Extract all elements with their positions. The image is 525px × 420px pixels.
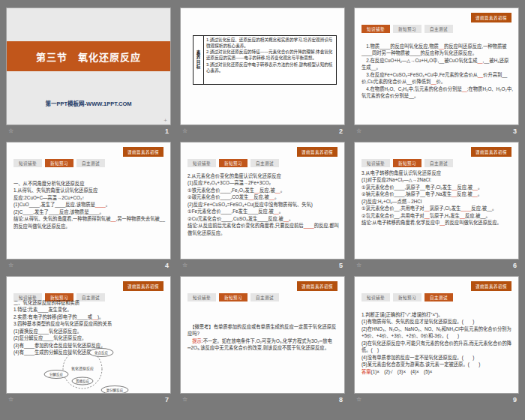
tab-2[interactable]: 新知预习 bbox=[45, 159, 74, 167]
tab-3[interactable]: 自主测试 bbox=[76, 159, 105, 167]
slide-grid: 第三节 氧化还原反应第一PPT模板网-WWW.1PPT.COM+☆1素养目标1.… bbox=[0, 0, 525, 406]
slide-cell-1: 第三节 氧化还原反应第一PPT模板网-WWW.1PPT.COM+☆1 bbox=[6, 8, 171, 137]
tab-1[interactable]: 知识铺垫 bbox=[188, 159, 216, 167]
transition-star-icon: ☆ bbox=[8, 397, 14, 403]
slide-thumbnail-1[interactable]: 第三节 氧化还原反应第一PPT模板网-WWW.1PPT.COM+ bbox=[6, 8, 171, 125]
slide-content: 3.从电子转移的角度认识氧化还原反应(1)对于反应2Na+Cl₂—△→2NaCl… bbox=[362, 170, 513, 226]
text-segment: ①铁元素化合价____,Fe₂O₃发生 bbox=[188, 188, 254, 193]
tab-bar: 知识铺垫新知预习自主测试 bbox=[362, 159, 453, 167]
text-segment: (1)对于反应2Na+Cl₂—△→2NaCl: bbox=[362, 177, 431, 182]
text-line: (5)某元素由化合态变为游离态,该元素一定被还原。( ) bbox=[362, 361, 513, 368]
slide-number: 6 bbox=[513, 262, 517, 269]
text-line: 提示:不一定。如在放电条件下,O₂可变为O₃,化学方程式为3O₂═放电═2O₃,… bbox=[188, 338, 339, 352]
text-segment: 。 bbox=[478, 184, 482, 190]
text-segment: ____ bbox=[95, 202, 106, 207]
slide-cell-3: 课前篇素养初探知识铺垫新知预习自主测试 1.物质____的反应叫氧化反应,物质_… bbox=[354, 8, 519, 137]
text-line: ①氯元素化合价__,共用电子对__氯原子,Cl₂发生____反应,被__。 bbox=[362, 205, 513, 212]
text-segment: 2.从元素化合价变化的角度认识氧化还原反应 bbox=[188, 173, 281, 178]
text-segment: 价。 bbox=[436, 79, 446, 84]
tab-3[interactable]: 自主测试 bbox=[250, 159, 279, 167]
slide-number: 9 bbox=[513, 397, 517, 404]
tab-2[interactable]: 新知预习 bbox=[219, 293, 248, 302]
text-segment: 二、氧化还原反应的特征和实质 bbox=[14, 300, 80, 305]
slide-meta-8: ☆8 bbox=[180, 394, 345, 406]
slide-number: 3 bbox=[513, 128, 517, 135]
section-badge: 课前篇素养初探 bbox=[471, 281, 512, 291]
transition-star-icon: ☆ bbox=[8, 262, 14, 268]
transition-star-icon: ☆ bbox=[356, 397, 362, 403]
text-segment: 。 bbox=[274, 194, 279, 200]
slide-meta-9: ☆9 bbox=[354, 394, 519, 406]
text-line: (2)C____,发生了____反应,该物质是____。 bbox=[14, 208, 165, 215]
text-line: ②钠元素化合价____,钠原子__电子,Na发生__反应,被__。 bbox=[362, 190, 513, 197]
text-segment: ②氢元素化合价__,共用电子对 bbox=[362, 213, 424, 218]
tab-1[interactable]: 知识铺垫 bbox=[362, 159, 390, 167]
text-line: 3.从电子转移的角度认识氧化还原反应 bbox=[362, 170, 513, 176]
text-segment: (3)在氧化还原反应中,可能只有元素的化合价的升高,而无元素化合价的降低。( ) bbox=[362, 340, 512, 352]
text-segment: (1)置换反应____氧化还原反应。 bbox=[14, 328, 82, 334]
tab-1[interactable]: 知识铺垫 bbox=[362, 293, 390, 302]
text-segment: 反应,被 bbox=[254, 194, 269, 200]
text-line: 1.判断正误(正确的打“√”,错误的打“×”)。 bbox=[362, 311, 513, 318]
tab-3[interactable]: 自主测试 bbox=[424, 293, 453, 302]
tab-bar: 知识铺垫新知预习自主测试 bbox=[362, 293, 453, 302]
slide-meta-6: ☆6 bbox=[354, 260, 519, 272]
goal-item-2: 2.通过对氧化还原反应的特征——元素化合价的升降的理解,体会氧化还原反应的实质—… bbox=[206, 50, 334, 61]
text-segment: ②Cu元素化合价____,CuSO₄发生____反应,被 bbox=[188, 216, 284, 221]
slide-thumbnail-2[interactable]: 素养目标1.通过氧化反应、还原反应的相关概念和实质的学习,培养宏观辨识与微观探析… bbox=[180, 8, 345, 125]
tab-3[interactable]: 自主测试 bbox=[424, 159, 453, 167]
slide-cell-2: 素养目标1.通过氧化反应、还原反应的相关概念和实质的学习,培养宏观辨识与微观探析… bbox=[180, 8, 345, 137]
text-segment: 结论:从电子转移的角度看,化学反应中 bbox=[362, 220, 440, 225]
slide-content: 1.物质____的反应叫氧化反应,物质__的反应叫还原反应,一种物质被____同… bbox=[362, 43, 513, 100]
text-segment: __ bbox=[460, 213, 465, 218]
text-segment: 1.特征:元素____发生变化。 bbox=[14, 307, 72, 312]
slide-meta-2: ☆2 bbox=[180, 125, 345, 137]
slide-content: 一、从不同角度分析氧化还原反应1.从得氧、失氧的角度认识氧化还原反应反应:2Cu… bbox=[14, 180, 165, 230]
text-segment: 反应,被 bbox=[457, 184, 472, 190]
tab-1[interactable]: 知识铺垫 bbox=[14, 159, 42, 167]
tab-2[interactable]: 新知预习 bbox=[393, 25, 422, 33]
text-line: (1)反应:Fe₂O₃+3CO—高温→2Fe+3CO₂ bbox=[188, 179, 339, 186]
text-segment: 提示 bbox=[192, 338, 202, 344]
text-line: 【微思考】有单质参加的反应或有单质生成的反应一定属于氧化还原反应吗? bbox=[188, 323, 339, 338]
text-segment: __ bbox=[462, 86, 467, 92]
slide-thumbnail-3[interactable]: 课前篇素养初探知识铺垫新知预习自主测试 1.物质____的反应叫氧化反应,物质_… bbox=[354, 8, 519, 125]
tab-1[interactable]: 知识铺垫 bbox=[362, 25, 390, 33]
slide-thumbnail-7[interactable]: 课前篇素养初探知识铺垫新知预习自主测试二、氧化还原反应的特征和实质1.特征:元素… bbox=[6, 276, 171, 394]
text-segment: __ bbox=[472, 191, 478, 196]
slide-thumbnail-6[interactable]: 课前篇素养初探知识铺垫新知预习自主测试3.从电子转移的角度认识氧化还原反应(1)… bbox=[354, 142, 519, 260]
slide-thumbnail-8[interactable]: 课前篇素养初探知识铺垫新知预习自主测试 【微思考】有单质参加的反应或有单质生成的… bbox=[180, 276, 345, 394]
tab-3[interactable]: 自主测试 bbox=[250, 293, 279, 302]
text-segment: __ bbox=[92, 314, 98, 320]
goal-item-1: 1.通过氧化反应、还原反应的相关概念和实质的学习,培养宏观辨识与微观探析的核心素… bbox=[206, 38, 334, 49]
transition-star-icon: ☆ bbox=[182, 262, 188, 268]
slide-thumbnail-5[interactable]: 课前篇素养初探知识铺垫新知预习自主测试2.从元素化合价变化的角度认识氧化还原反应… bbox=[180, 142, 345, 260]
slide-meta-1: ☆1 bbox=[6, 125, 171, 137]
text-segment: 结论:从反应前后元素化合价变化的角度看,只要反应前后 bbox=[188, 223, 304, 228]
slide-meta-5: ☆5 bbox=[180, 260, 345, 272]
svg-text:氧化还原反应: 氧化还原反应 bbox=[71, 366, 94, 371]
text-line: (2)反应:H₂+Cl₂—点燃→2HCl bbox=[362, 198, 513, 205]
text-line: 4.在物质H₂O、C₂H₆中,氢元素的化合价分别是__;在物质H₂O、H₂O₂中… bbox=[362, 86, 513, 100]
text-segment: 3.四种基本类型的反应与氧化还原反应间的关系 bbox=[14, 321, 112, 326]
text-line: 二、氧化还原反应的特征和实质 bbox=[14, 299, 165, 306]
slide-thumbnail-4[interactable]: 课前篇素养初探知识铺垫新知预习自主测试一、从不同角度分析氧化还原反应1.从得氧、… bbox=[6, 142, 171, 260]
text-line: (2)复分解反应____氧化还原反应。 bbox=[14, 334, 165, 341]
goals-box: 素养目标1.通过氧化反应、还原反应的相关概念和实质的学习,培养宏观辨识与微观探析… bbox=[193, 35, 337, 85]
text-segment: 。 bbox=[280, 188, 285, 193]
text-segment: (1)× (2)√ (3)× (4)× (5)× bbox=[371, 369, 433, 374]
tab-bar: 知识铺垫新知预习自主测试 bbox=[188, 293, 279, 302]
tab-2[interactable]: 新知预习 bbox=[219, 159, 248, 167]
slide-cell-9: 课前篇素养初探知识铺垫新知预习自主测试1.判断正误(正确的打“√”,错误的打“×… bbox=[354, 276, 519, 406]
plus-decoration-icon: + bbox=[164, 117, 167, 124]
svg-text:分解反应: 分解反应 bbox=[50, 372, 63, 377]
tab-1[interactable]: 知识铺垫 bbox=[188, 293, 216, 302]
section-badge: 课前篇素养初探 bbox=[471, 13, 512, 22]
text-segment: (2)复分解反应____氧化还原反应。 bbox=[14, 335, 86, 340]
tab-2[interactable]: 新知预习 bbox=[393, 159, 422, 167]
tab-3[interactable]: 自主测试 bbox=[424, 25, 453, 33]
text-segment: 结论:从得氧、失氧的角度看,一种物质得到氧被 bbox=[14, 216, 110, 221]
tab-2[interactable]: 新知预习 bbox=[393, 293, 422, 302]
text-line: (1)CuO____,发生了____反应,该物质是____。 bbox=[14, 201, 165, 208]
slide-thumbnail-9[interactable]: 课前篇素养初探知识铺垫新知预习自主测试1.判断正误(正确的打“√”,错误的打“×… bbox=[354, 276, 519, 394]
